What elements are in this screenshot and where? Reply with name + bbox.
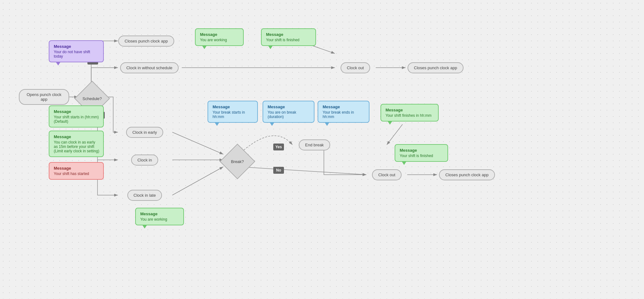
msg-shift-starts: Message Your shift starts in (hh:mm) (De… bbox=[49, 105, 104, 127]
msg-break-starts-title: Message bbox=[213, 104, 253, 109]
clock-out-bottom-node: Clock out bbox=[366, 168, 407, 182]
msg-on-break-body: You are on break (duration) bbox=[268, 110, 309, 119]
clock-in-late-node: Clock in late bbox=[118, 188, 171, 202]
msg-on-break-title: Message bbox=[268, 104, 309, 109]
msg-shift-finished-top-body: Your shift is finished bbox=[266, 38, 311, 42]
msg-shift-finishes-body: Your shift finishes in hh:mm bbox=[386, 113, 434, 118]
msg-shift-started: Message Your shift has started bbox=[49, 162, 104, 180]
end-break-node: End break bbox=[292, 138, 336, 152]
msg-shift-finished-bot-title: Message bbox=[400, 148, 443, 153]
msg-working-top-title: Message bbox=[200, 32, 239, 37]
closes-punch-bot-node: Closes punch clock app bbox=[437, 168, 497, 182]
clock-in-early-label: Clock in early bbox=[126, 127, 163, 138]
msg-no-shift: Message Your do not have shift today bbox=[49, 40, 104, 62]
msg-break-starts-body: Your break starts in hh:mm bbox=[213, 110, 253, 119]
clock-in-late-label: Clock in late bbox=[127, 190, 162, 201]
svg-line-8 bbox=[172, 167, 223, 195]
clock-in-no-schedule-node: Clock in without schedule bbox=[118, 61, 181, 75]
clock-out-top-label: Clock out bbox=[341, 62, 370, 73]
msg-shift-finishes-title: Message bbox=[386, 108, 434, 112]
msg-no-shift-body: Your do not have shift today bbox=[54, 50, 99, 59]
msg-working-bot-body: You are working bbox=[140, 217, 179, 222]
schedule-diamond-label: Schedule? bbox=[82, 96, 102, 101]
closes-punch-top-label: Closes punch clock app bbox=[118, 36, 174, 47]
msg-break-ends-title: Message bbox=[323, 104, 364, 109]
svg-line-6 bbox=[172, 132, 223, 154]
msg-shift-finished-bot-body: Your shift is finished bbox=[400, 154, 443, 158]
msg-working-top: Message You are working bbox=[195, 28, 244, 46]
msg-break-ends: Message Your break ends in hh:mm bbox=[318, 101, 369, 123]
closes-punch-mid-label: Closes punch clock app bbox=[408, 62, 463, 73]
msg-break-starts: Message Your break starts in hh:mm bbox=[208, 101, 258, 123]
opens-punch-clock-label: Opens punch clock app bbox=[19, 89, 69, 105]
msg-shift-finishes: Message Your shift finishes in hh:mm bbox=[380, 104, 439, 121]
msg-shift-finished-top-title: Message bbox=[266, 32, 311, 37]
closes-punch-bot-label: Closes punch clock app bbox=[439, 169, 495, 180]
msg-clock-early-info-body: You can clock in as early as 15m before … bbox=[54, 140, 99, 153]
msg-shift-started-title: Message bbox=[54, 166, 99, 171]
msg-break-ends-body: Your break ends in hh:mm bbox=[323, 110, 364, 119]
svg-line-9 bbox=[239, 167, 366, 175]
closes-punch-mid-node: Closes punch clock app bbox=[406, 61, 465, 75]
yes-label-break: Yes bbox=[273, 144, 284, 150]
end-break-label: End break bbox=[299, 139, 330, 150]
clock-in-node: Clock in bbox=[118, 153, 171, 167]
msg-on-break: Message You are on break (duration) bbox=[263, 101, 314, 123]
msg-no-shift-title: Message bbox=[54, 44, 99, 49]
msg-shift-started-body: Your shift has started bbox=[54, 172, 99, 176]
msg-shift-starts-body: Your shift starts in (hh:mm) (Default) bbox=[54, 115, 99, 124]
msg-clock-early-info-title: Message bbox=[54, 134, 99, 139]
msg-shift-finished-bot: Message Your shift is finished bbox=[395, 144, 448, 162]
break-diamond-label: Break? bbox=[231, 159, 244, 164]
clock-in-early-node: Clock in early bbox=[118, 125, 171, 139]
closes-punch-top-node: Closes punch clock app bbox=[118, 34, 175, 48]
clock-out-top-node: Clock out bbox=[335, 61, 376, 75]
msg-shift-starts-title: Message bbox=[54, 109, 99, 114]
flowchart: Opens punch clock app No Schedule? Yes M… bbox=[0, 0, 644, 299]
clock-out-bottom-label: Clock out bbox=[372, 169, 402, 180]
clock-in-no-schedule-label: Clock in without schedule bbox=[120, 62, 179, 73]
svg-line-11 bbox=[387, 124, 402, 145]
msg-working-bot-title: Message bbox=[140, 212, 179, 216]
msg-clock-early-info: Message You can clock in as early as 15m… bbox=[49, 131, 104, 157]
opens-punch-clock-node: Opens punch clock app bbox=[19, 90, 69, 104]
no-label-break: No bbox=[273, 167, 284, 174]
msg-shift-finished-top: Message Your shift is finished bbox=[261, 28, 316, 46]
clock-in-label: Clock in bbox=[131, 155, 158, 166]
msg-working-bot: Message You are working bbox=[135, 208, 184, 225]
break-diamond-node: Break? bbox=[223, 147, 252, 176]
msg-working-top-body: You are working bbox=[200, 38, 239, 42]
